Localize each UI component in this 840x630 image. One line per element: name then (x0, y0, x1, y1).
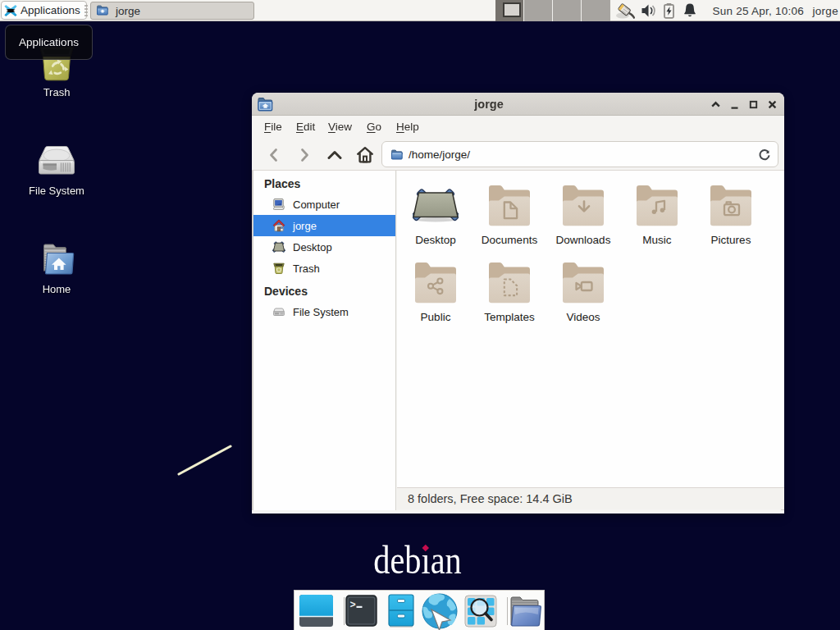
svg-text:>: > (350, 600, 356, 611)
